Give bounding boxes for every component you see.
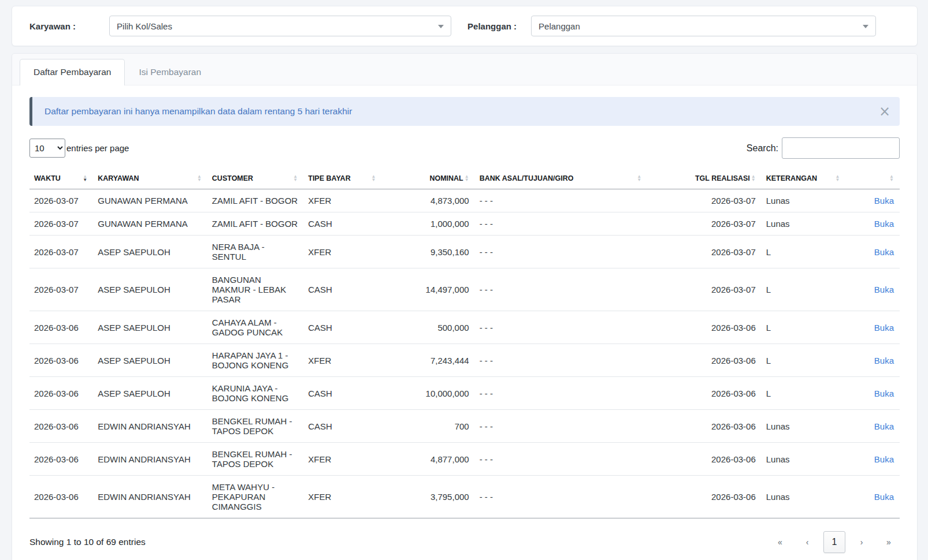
buka-link[interactable]: Buka — [874, 356, 894, 365]
last-page-button[interactable]: » — [878, 531, 900, 553]
table-controls: 10 entries per page Search: — [29, 137, 900, 159]
sort-icon: ▲▼ — [372, 175, 376, 182]
tab-isi-pembayaran[interactable]: Isi Pembayaran — [125, 59, 215, 85]
cell-bank-asal-tujuan-giro: - - - — [475, 311, 647, 344]
buka-link[interactable]: Buka — [874, 285, 894, 294]
cell-keterangan: Lunas — [762, 476, 846, 518]
buka-link[interactable]: Buka — [874, 247, 894, 257]
pelanggan-select-value: Pelanggan — [539, 21, 580, 31]
cell-karyawan: ASEP SAEPULOH — [93, 377, 207, 410]
cell-tgl-realisasi: 2026-03-06 — [647, 443, 762, 476]
cell-customer: BANGUNAN MAKMUR - LEBAK PASAR — [207, 268, 303, 311]
cell-nominal: 14,497,000 — [381, 268, 474, 311]
table-row: 2026-03-07GUNAWAN PERMANAZAMIL AFIT - BO… — [29, 189, 900, 212]
buka-link[interactable]: Buka — [874, 389, 894, 398]
cell-karyawan: EDWIN ANDRIANSYAH — [93, 476, 207, 518]
cell-tipe-bayar: CASH — [303, 268, 381, 311]
cell-tipe-bayar: XFER — [303, 476, 381, 518]
table-row: 2026-03-06EDWIN ANDRIANSYAHMETA WAHYU - … — [29, 476, 900, 518]
search-input[interactable] — [782, 137, 900, 159]
sort-icon: ▲▼ — [889, 175, 894, 182]
cell-bank-asal-tujuan-giro: - - - — [475, 189, 647, 212]
tab-daftar-pembayaran[interactable]: Daftar Pembayaran — [20, 59, 125, 85]
cell-customer: HARAPAN JAYA 1 - BOJONG KONENG — [207, 344, 303, 377]
sort-icon: ▲▼ — [83, 175, 87, 182]
table-row: 2026-03-06ASEP SAEPULOHKARUNIA JAYA - BO… — [29, 377, 900, 410]
cell-karyawan: ASEP SAEPULOH — [93, 344, 207, 377]
cell-bank-asal-tujuan-giro: - - - — [475, 410, 647, 443]
cell-nominal: 10,000,000 — [381, 377, 474, 410]
cell-tipe-bayar: XFER — [303, 236, 381, 268]
column-label: WAKTU — [34, 174, 61, 182]
buka-link[interactable]: Buka — [874, 323, 894, 333]
column-header-waktu[interactable]: WAKTU▲▼ — [29, 168, 93, 189]
cell-actions: Buka — [845, 344, 900, 377]
filter-bar: Karyawan : Pilih Kol/Sales Pelanggan : P… — [12, 6, 918, 46]
column-header-nominal[interactable]: NOMINAL▲▼ — [381, 168, 474, 189]
cell-waktu: 2026-03-07 — [29, 236, 93, 268]
sort-icon: ▲▼ — [465, 175, 469, 182]
column-header-bank-asal-tujuan-giro[interactable]: BANK ASAL/TUJUAN/GIRO▲▼ — [475, 168, 647, 189]
sort-icon: ▲▼ — [751, 175, 756, 182]
cell-tgl-realisasi: 2026-03-06 — [647, 476, 762, 518]
cell-waktu: 2026-03-06 — [29, 344, 93, 377]
table-row: 2026-03-06EDWIN ANDRIANSYAHBENGKEL RUMAH… — [29, 410, 900, 443]
column-header-keterangan[interactable]: KETERANGAN▲▼ — [762, 168, 846, 189]
cell-waktu: 2026-03-06 — [29, 476, 93, 518]
info-alert-text: Daftar pembayaran ini hanya menampilkan … — [44, 106, 352, 116]
buka-link[interactable]: Buka — [874, 492, 894, 502]
cell-nominal: 4,873,000 — [381, 189, 474, 212]
cell-keterangan: L — [762, 377, 846, 410]
column-header-tgl-realisasi[interactable]: TGL REALISASI▲▼ — [647, 168, 762, 189]
cell-tipe-bayar: XFER — [303, 189, 381, 212]
first-page-button[interactable]: « — [769, 531, 791, 553]
buka-link[interactable]: Buka — [874, 219, 894, 229]
column-label: KARYAWAN — [98, 174, 139, 182]
column-header-actions[interactable]: ▲▼ — [845, 168, 900, 189]
column-label: CUSTOMER — [212, 174, 253, 182]
column-header-karyawan[interactable]: KARYAWAN▲▼ — [93, 168, 207, 189]
cell-keterangan: L — [762, 236, 846, 268]
next-page-button[interactable]: › — [851, 531, 873, 553]
cell-tipe-bayar: XFER — [303, 344, 381, 377]
cell-keterangan: L — [762, 311, 846, 344]
close-icon[interactable]: × — [879, 104, 890, 118]
cell-customer: KARUNIA JAYA - BOJONG KONENG — [207, 377, 303, 410]
column-label: NOMINAL — [429, 174, 463, 182]
column-label: BANK ASAL/TUJUAN/GIRO — [480, 174, 574, 182]
cell-customer: ZAMIL AFIT - BOGOR — [207, 212, 303, 236]
cell-tgl-realisasi: 2026-03-07 — [647, 212, 762, 236]
karyawan-select[interactable]: Pilih Kol/Sales — [109, 16, 451, 36]
cell-customer: META WAHYU - PEKAPURAN CIMANGGIS — [207, 476, 303, 518]
cell-karyawan: ASEP SAEPULOH — [93, 268, 207, 311]
buka-link[interactable]: Buka — [874, 196, 894, 206]
cell-customer: NERA BAJA - SENTUL — [207, 236, 303, 268]
column-header-customer[interactable]: CUSTOMER▲▼ — [207, 168, 303, 189]
table-header-row: WAKTU▲▼KARYAWAN▲▼CUSTOMER▲▼TIPE BAYAR▲▼N… — [29, 168, 900, 189]
cell-waktu: 2026-03-07 — [29, 189, 93, 212]
pelanggan-select[interactable]: Pelanggan — [531, 16, 876, 36]
column-header-tipe-bayar[interactable]: TIPE BAYAR▲▼ — [303, 168, 381, 189]
payments-table: WAKTU▲▼KARYAWAN▲▼CUSTOMER▲▼TIPE BAYAR▲▼N… — [29, 168, 900, 518]
cell-actions: Buka — [845, 410, 900, 443]
sort-icon: ▲▼ — [293, 175, 298, 182]
sort-icon: ▲▼ — [835, 175, 840, 182]
entries-per-page-select[interactable]: 10 — [29, 139, 65, 158]
buka-link[interactable]: Buka — [874, 421, 894, 431]
cell-tipe-bayar: CASH — [303, 377, 381, 410]
cell-keterangan: Lunas — [762, 189, 846, 212]
cell-actions: Buka — [845, 443, 900, 476]
cell-tipe-bayar: CASH — [303, 212, 381, 236]
buka-link[interactable]: Buka — [874, 454, 894, 464]
cell-keterangan: Lunas — [762, 410, 846, 443]
page-1[interactable]: 1 — [823, 531, 845, 553]
cell-karyawan: GUNAWAN PERMANA — [93, 212, 207, 236]
cell-karyawan: ASEP SAEPULOH — [93, 236, 207, 268]
table-row: 2026-03-07GUNAWAN PERMANAZAMIL AFIT - BO… — [29, 212, 900, 236]
cell-karyawan: GUNAWAN PERMANA — [93, 189, 207, 212]
cell-tipe-bayar: CASH — [303, 311, 381, 344]
cell-keterangan: L — [762, 344, 846, 377]
prev-page-button[interactable]: ‹ — [796, 531, 818, 553]
pelanggan-label: Pelanggan : — [467, 21, 517, 31]
cell-actions: Buka — [845, 377, 900, 410]
